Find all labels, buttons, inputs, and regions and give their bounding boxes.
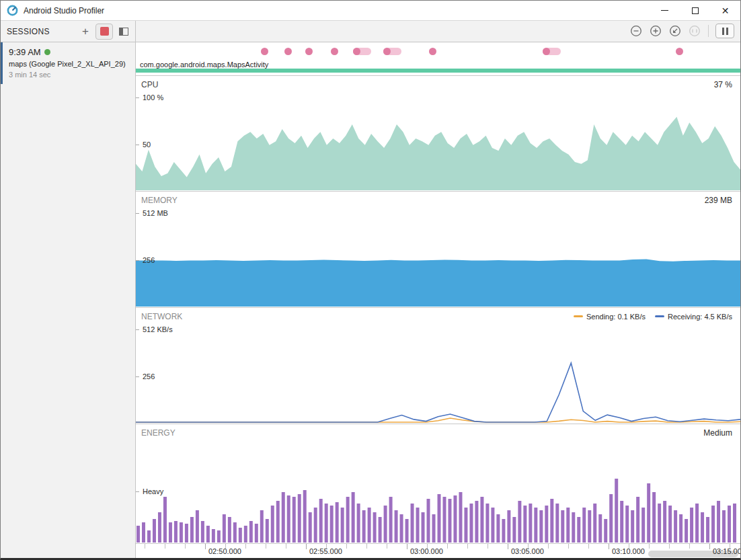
cpu-section[interactable]: CPU 37 % 100 %50	[136, 76, 740, 192]
time-minor-tick	[366, 544, 367, 549]
time-minor-tick	[669, 544, 670, 549]
profiler-toolbar	[136, 21, 740, 42]
touch-event-dot[interactable]	[284, 48, 292, 55]
zoom-in-icon	[650, 25, 662, 37]
reset-zoom-button[interactable]	[668, 24, 682, 38]
axis-tick-dash	[136, 145, 139, 145]
axis-tick-dash	[136, 491, 139, 492]
minimize-icon	[661, 10, 668, 11]
session-live-dot	[44, 49, 50, 55]
time-major-tick	[407, 544, 407, 549]
energy-section[interactable]: ENERGY Medium Heavy	[136, 424, 740, 545]
maximize-icon	[692, 7, 699, 14]
network-ytick-label: 512 KB/s	[143, 325, 173, 333]
time-major-tick	[508, 544, 508, 549]
android-profiler-icon	[7, 5, 18, 16]
session-time: 9:39 AM	[9, 47, 41, 57]
time-minor-tick	[548, 544, 549, 549]
touch-event-dot[interactable]	[383, 48, 391, 55]
pause-button[interactable]	[715, 24, 734, 38]
touch-event-dot[interactable]	[429, 48, 436, 55]
time-label: 03:05.000	[511, 547, 544, 555]
energy-chart[interactable]	[136, 424, 740, 543]
memory-ytick-label: 512 MB	[143, 209, 168, 217]
time-minor-tick	[387, 544, 387, 549]
window-controls: ✕	[650, 1, 740, 20]
time-minor-tick	[266, 544, 266, 549]
reset-zoom-icon	[669, 25, 681, 37]
network-section[interactable]: NETWORK Sending: 0.1 KB/sReceiving: 4.5 …	[136, 308, 740, 424]
activity-row: com.google.android.maps.MapsActivity	[136, 60, 740, 75]
energy-ytick-label: Heavy	[143, 487, 163, 495]
memory-section[interactable]: MEMORY 239 MB 512 MB256	[136, 192, 740, 308]
time-axis: 02:50.00002:55.00003:00.00003:05.00003:1…	[136, 544, 740, 558]
time-minor-tick	[488, 544, 488, 549]
stop-session-button[interactable]	[95, 24, 113, 40]
timeline-strip[interactable]: com.google.android.maps.MapsActivity	[136, 42, 740, 76]
touch-event-dot[interactable]	[331, 48, 338, 55]
time-label: 03:00.000	[410, 547, 443, 555]
cpu-ytick-label: 100 %	[143, 93, 163, 102]
session-name: maps (Google Pixel_2_XL_API_29)	[9, 60, 130, 68]
zoom-out-button[interactable]	[629, 24, 643, 38]
time-major-tick	[609, 544, 609, 549]
network-series-receiving	[136, 363, 740, 422]
cpu-ytick-label: 50	[143, 141, 151, 149]
stop-icon	[100, 27, 109, 36]
minimize-button[interactable]	[650, 1, 680, 20]
maximize-button[interactable]	[680, 1, 710, 20]
profiler-window: Android Studio Profiler ✕ SESSIONS +	[0, 0, 741, 560]
touch-event-dot[interactable]	[261, 48, 268, 55]
time-major-tick	[205, 544, 206, 549]
collapse-panel-icon	[119, 28, 128, 36]
axis-tick-dash	[136, 213, 139, 214]
zoom-to-selection-button[interactable]	[688, 24, 701, 38]
time-minor-tick	[185, 544, 186, 549]
touch-event-dot[interactable]	[676, 48, 683, 55]
event-track	[136, 42, 740, 60]
zoom-in-button[interactable]	[649, 24, 662, 38]
time-minor-tick	[165, 544, 165, 549]
time-minor-tick	[447, 544, 448, 549]
time-minor-tick	[649, 544, 650, 549]
activity-name: com.google.android.maps.MapsActivity	[136, 60, 740, 69]
title-bar: Android Studio Profiler ✕	[1, 1, 740, 21]
pause-icon	[722, 28, 724, 35]
network-chart[interactable]	[136, 308, 740, 423]
session-item[interactable]: 9:39 AM maps (Google Pixel_2_XL_API_29) …	[1, 42, 135, 84]
memory-chart[interactable]	[136, 192, 740, 307]
collapse-panel-button[interactable]	[116, 24, 132, 39]
window-title: Android Studio Profiler	[24, 6, 104, 15]
time-minor-tick	[467, 544, 468, 549]
zoom-to-selection-icon	[689, 25, 701, 37]
time-minor-tick	[145, 544, 145, 549]
touch-event-dot[interactable]	[353, 48, 360, 55]
time-label: 02:55.000	[309, 547, 342, 555]
network-series-sending	[136, 418, 740, 422]
time-label: 02:50.000	[208, 547, 241, 555]
axis-tick-dash	[136, 376, 139, 377]
time-minor-tick	[588, 544, 589, 549]
sessions-panel: SESSIONS + 9:39 AM maps (Google Pixel_2_…	[1, 21, 136, 558]
cpu-chart[interactable]	[136, 76, 740, 191]
time-minor-tick	[286, 544, 286, 549]
axis-tick-dash	[136, 329, 139, 330]
toolbar-separator	[708, 25, 709, 37]
axis-tick-dash	[136, 97, 139, 98]
touch-event-dot[interactable]	[305, 48, 313, 55]
time-major-tick	[306, 544, 307, 549]
session-duration: 3 min 14 sec	[9, 71, 130, 79]
axis-tick-dash	[136, 260, 139, 261]
memory-ytick-label: 256	[143, 256, 155, 264]
touch-event-dot[interactable]	[543, 48, 550, 55]
close-button[interactable]: ✕	[710, 1, 740, 20]
time-minor-tick	[689, 544, 690, 549]
time-minor-tick	[245, 544, 246, 549]
time-label: 03:10.000	[612, 547, 645, 555]
zoom-out-icon	[630, 25, 642, 37]
add-session-button[interactable]: +	[78, 24, 93, 39]
sessions-toolbar: SESSIONS +	[1, 21, 135, 42]
time-minor-tick	[568, 544, 569, 549]
activity-lifetime-bar[interactable]	[136, 69, 740, 73]
time-major-tick	[709, 544, 710, 549]
